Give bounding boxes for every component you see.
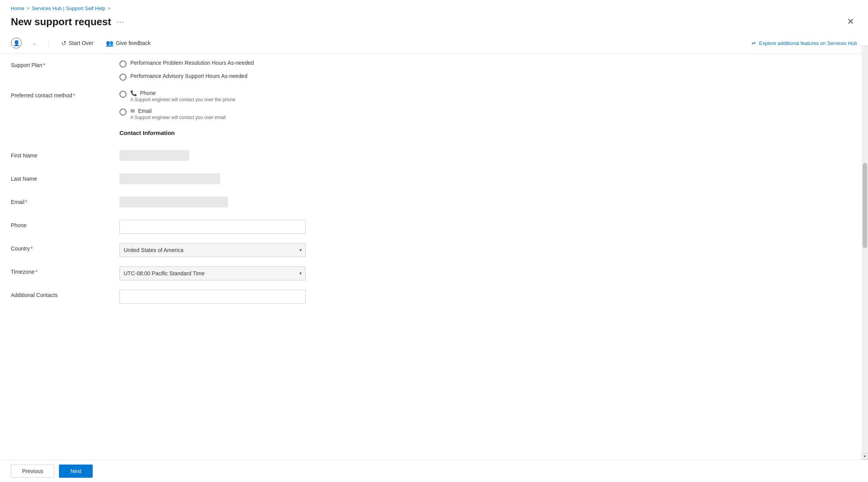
timezone-select-wrapper: UTC-08:00 Pacific Standard Time UTC-07:0… [119, 266, 306, 280]
last-name-filled [119, 173, 220, 184]
user-avatar-icon[interactable]: 👤 [11, 38, 22, 48]
breadcrumb-home[interactable]: Home [11, 5, 24, 11]
email-label: Email* [11, 197, 119, 205]
last-name-row: Last Name [11, 173, 857, 187]
preferred-contact-email-sublabel: A Support engineer will contact you over… [130, 115, 226, 120]
preferred-contact-phone-labels: 📞 Phone A Support engineer will contact … [130, 90, 235, 102]
start-over-icon: ↺ [61, 40, 66, 47]
timezone-select[interactable]: UTC-08:00 Pacific Standard Time UTC-07:0… [119, 266, 306, 280]
first-name-field [119, 150, 352, 161]
give-feedback-label: Give feedback [116, 40, 151, 46]
email-field [119, 197, 352, 207]
phone-input[interactable] [119, 220, 306, 234]
title-more-options[interactable]: ··· [117, 18, 125, 26]
explore-features-link[interactable]: ⇌ Explore additional features on Service… [752, 40, 857, 46]
preferred-contact-email-main: ✉ Email [130, 108, 226, 114]
country-select-wrapper: United States of America Canada United K… [119, 243, 306, 257]
breadcrumb-sep-1: > [27, 6, 29, 11]
scrollbar-down-arrow[interactable]: ▼ [862, 453, 868, 460]
additional-contacts-input[interactable] [119, 290, 306, 304]
preferred-contact-email-option[interactable]: ✉ Email A Support engineer will contact … [119, 108, 352, 120]
support-plan-radio-perf-problem[interactable] [119, 60, 126, 67]
email-filled [119, 197, 228, 207]
email-required: * [25, 199, 27, 205]
phone-label: Phone [11, 220, 119, 228]
page-title: New support request [11, 16, 111, 28]
support-plan-required: * [43, 62, 45, 68]
support-plan-row: Support Plan* Performance Problem Resolu… [11, 60, 857, 81]
additional-contacts-row: Additional Contacts [11, 290, 857, 304]
first-name-row: First Name [11, 150, 857, 164]
timezone-required: * [35, 269, 37, 275]
additional-contacts-label: Additional Contacts [11, 290, 119, 298]
email-icon: ✉ [130, 108, 135, 114]
last-name-field [119, 173, 352, 184]
country-required: * [31, 245, 33, 252]
preferred-contact-phone-option[interactable]: 📞 Phone A Support engineer will contact … [119, 90, 352, 102]
phone-field [119, 220, 352, 234]
support-plan-option-perf-advisory[interactable]: Performance Advisory Support Hours As-ne… [119, 73, 352, 81]
first-name-filled [119, 150, 189, 161]
bottom-navigation: Previous Next [0, 460, 868, 482]
start-over-button[interactable]: ↺ Start Over [60, 38, 95, 48]
breadcrumb: Home > Services Hub | Support Self Help … [0, 0, 868, 14]
support-plan-radio-perf-advisory[interactable] [119, 74, 126, 81]
close-button[interactable]: ✕ [844, 15, 857, 28]
additional-contacts-field [119, 290, 352, 304]
support-plan-option-perf-problem[interactable]: Performance Problem Resolution Hours As-… [119, 60, 352, 67]
support-plan-options: Performance Problem Resolution Hours As-… [119, 60, 352, 81]
preferred-contact-phone-main: 📞 Phone [130, 90, 235, 96]
country-select[interactable]: United States of America Canada United K… [119, 243, 306, 257]
timezone-row: Timezone* UTC-08:00 Pacific Standard Tim… [11, 266, 857, 280]
country-label: Country* [11, 243, 119, 252]
contact-info-section: Contact Information [11, 130, 857, 144]
scrollbar-track [862, 47, 868, 482]
phone-row: Phone [11, 220, 857, 234]
support-plan-label: Support Plan* [11, 60, 119, 68]
country-field: United States of America Canada United K… [119, 243, 352, 257]
breadcrumb-sep-2: > [108, 6, 111, 11]
title-bar: New support request ··· ✕ [0, 14, 868, 35]
toolbar-divider-1 [48, 39, 49, 47]
preferred-contact-phone-sublabel: A Support engineer will contact you over… [130, 97, 235, 102]
preferred-contact-email-labels: ✉ Email A Support engineer will contact … [130, 108, 226, 120]
user-person-icon: 👤 [13, 40, 20, 46]
timezone-field: UTC-08:00 Pacific Standard Time UTC-07:0… [119, 266, 352, 280]
country-row: Country* United States of America Canada… [11, 243, 857, 257]
next-button[interactable]: Next [59, 465, 93, 478]
email-row: Email* [11, 197, 857, 211]
support-plan-option-perf-advisory-label: Performance Advisory Support Hours As-ne… [130, 73, 247, 79]
first-name-label: First Name [11, 150, 119, 159]
contact-info-heading: Contact Information [119, 130, 352, 136]
start-over-label: Start Over [69, 40, 93, 46]
give-feedback-icon: 👥 [106, 40, 114, 47]
preferred-contact-email-text: Email [138, 108, 152, 114]
preferred-contact-phone-text: Phone [140, 90, 156, 96]
scrollbar-thumb[interactable] [863, 163, 867, 248]
preferred-contact-label: Preferred contact method* [11, 90, 119, 98]
toolbar: 👤 ⌄ ↺ Start Over 👥 Give feedback ⇌ Explo… [0, 35, 868, 54]
previous-button[interactable]: Previous [11, 465, 54, 478]
breadcrumb-services-hub[interactable]: Services Hub | Support Self Help [32, 5, 105, 11]
preferred-contact-email-radio[interactable] [119, 109, 126, 116]
timezone-label: Timezone* [11, 266, 119, 275]
user-dropdown-arrow[interactable]: ⌄ [31, 40, 38, 47]
preferred-contact-phone-radio[interactable] [119, 91, 126, 98]
last-name-label: Last Name [11, 173, 119, 182]
phone-icon: 📞 [130, 90, 137, 96]
preferred-contact-row: Preferred contact method* 📞 Phone A Supp… [11, 90, 857, 120]
explore-label: Explore additional features on Services … [759, 40, 857, 46]
preferred-contact-options: 📞 Phone A Support engineer will contact … [119, 90, 352, 120]
preferred-contact-required: * [73, 92, 75, 98]
form-content: Support Plan* Performance Problem Resolu… [0, 54, 868, 319]
support-plan-option-perf-problem-label: Performance Problem Resolution Hours As-… [130, 60, 254, 66]
give-feedback-button[interactable]: 👥 Give feedback [104, 38, 152, 48]
explore-icon: ⇌ [752, 40, 756, 46]
